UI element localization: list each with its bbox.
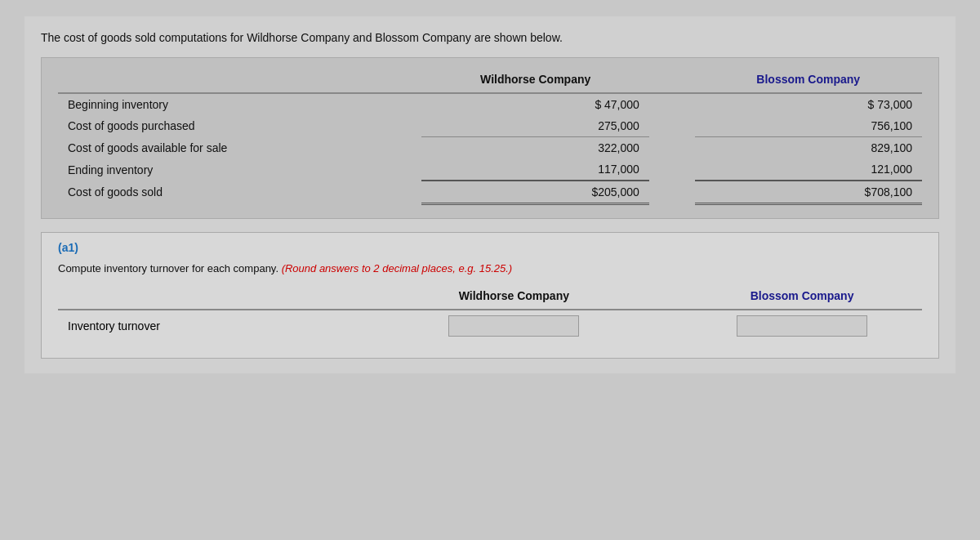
row-label: Cost of goods available for sale	[58, 137, 421, 159]
spacer-header	[649, 68, 695, 93]
wildhorse-header: Wildhorse Company	[421, 68, 648, 93]
row-blossom-value: 756,100	[695, 115, 922, 137]
turnover-empty-header	[58, 286, 394, 310]
round-note: (Round answers to 2 decimal places, e.g.…	[282, 262, 513, 274]
row-wildhorse-value: $205,000	[421, 181, 648, 204]
row-blossom-value: 121,000	[695, 158, 922, 181]
row-label: Cost of goods sold	[58, 181, 421, 204]
table-row: Cost of goods purchased275,000756,100	[58, 115, 922, 137]
table-row: Cost of goods available for sale322,0008…	[58, 137, 922, 159]
section-a1: (a1) Compute inventory turnover for each…	[41, 232, 939, 359]
row-label: Ending inventory	[58, 158, 421, 181]
row-wildhorse-value: 117,000	[421, 158, 648, 181]
table-row: Beginning inventory$ 47,000$ 73,000	[58, 93, 922, 115]
turnover-blossom-cell	[682, 310, 922, 341]
page-container: The cost of goods sold computations for …	[24, 16, 956, 373]
compute-main-text: Compute inventory turnover for each comp…	[58, 262, 278, 274]
intro-text: The cost of goods sold computations for …	[41, 31, 939, 44]
compute-instruction: Compute inventory turnover for each comp…	[58, 262, 922, 274]
turnover-spacer-header	[634, 286, 682, 310]
turnover-table: Wildhorse Company Blossom Company Invent…	[58, 286, 922, 341]
table-row: Ending inventory117,000121,000	[58, 158, 922, 181]
a1-label: (a1)	[58, 241, 922, 254]
blossom-turnover-input[interactable]	[737, 315, 867, 337]
cost-table: Wildhorse Company Blossom Company Beginn…	[58, 68, 922, 205]
row-spacer	[649, 137, 695, 159]
empty-header	[58, 68, 421, 93]
row-spacer	[649, 158, 695, 181]
turnover-spacer-cell	[634, 310, 682, 341]
turnover-wildhorse-header: Wildhorse Company	[394, 286, 634, 310]
row-wildhorse-value: 275,000	[421, 115, 648, 137]
row-spacer	[649, 93, 695, 115]
cost-of-goods-section: Wildhorse Company Blossom Company Beginn…	[41, 57, 939, 219]
row-spacer	[649, 181, 695, 204]
blossom-header: Blossom Company	[695, 68, 922, 93]
row-spacer	[649, 115, 695, 137]
row-blossom-value: $708,100	[695, 181, 922, 204]
row-wildhorse-value: $ 47,000	[421, 93, 648, 115]
row-wildhorse-value: 322,000	[421, 137, 648, 159]
turnover-blossom-header: Blossom Company	[682, 286, 922, 310]
turnover-wildhorse-cell	[394, 310, 634, 341]
turnover-label: Inventory turnover	[58, 310, 394, 341]
turnover-row: Inventory turnover	[58, 310, 922, 341]
table-row: Cost of goods sold$205,000$708,100	[58, 181, 922, 204]
row-blossom-value: 829,100	[695, 137, 922, 159]
row-blossom-value: $ 73,000	[695, 93, 922, 115]
row-label: Cost of goods purchased	[58, 115, 421, 137]
row-label: Beginning inventory	[58, 93, 421, 115]
wildhorse-turnover-input[interactable]	[448, 315, 579, 337]
